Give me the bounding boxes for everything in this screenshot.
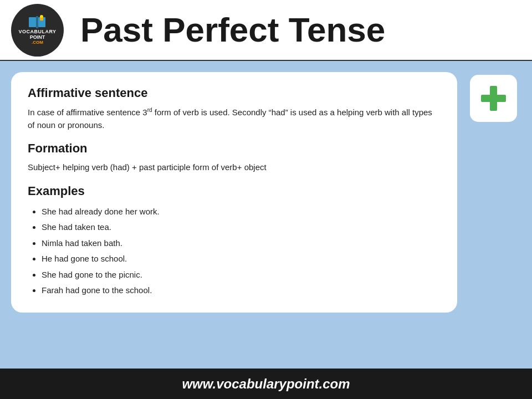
list-item: Farah had gone to the school. <box>42 283 441 299</box>
examples-section: Examples She had already done her work. … <box>28 184 441 299</box>
affirmative-heading: Affirmative sentence <box>28 86 441 100</box>
logo-vocab-text: VOCABULARY <box>18 29 56 35</box>
list-item: Nimla had taken bath. <box>42 236 441 252</box>
plus-box <box>466 72 521 313</box>
plus-icon-container <box>470 75 517 122</box>
list-item: She had already done her work. <box>42 204 441 220</box>
affirmative-body: In case of affirmative sentence 3rd form… <box>28 106 441 131</box>
logo-book-icon <box>28 15 46 29</box>
formation-heading: Formation <box>28 141 441 156</box>
logo-com-text: .COM <box>32 40 43 45</box>
affirmative-body-prefix: In case of affirmative sentence 3 <box>28 108 147 117</box>
superscript: rd <box>147 107 152 113</box>
footer: www.vocabularypoint.com <box>0 369 532 399</box>
content-card: Affirmative sentence In case of affirmat… <box>11 72 457 313</box>
logo: VOCABULARY POINT .COM <box>11 4 64 57</box>
svg-rect-6 <box>481 95 506 102</box>
svg-rect-0 <box>29 17 36 27</box>
examples-list: She had already done her work. She had t… <box>28 204 441 299</box>
header: VOCABULARY POINT .COM Past Perfect Tense <box>0 0 532 61</box>
main-content: Affirmative sentence In case of affirmat… <box>0 61 532 318</box>
plus-icon <box>478 83 509 114</box>
footer-url: www.vocabularypoint.com <box>182 376 350 392</box>
formation-body: Subject+ helping verb (had) + past parti… <box>28 161 441 174</box>
page-title: Past Perfect Tense <box>80 13 385 47</box>
affirmative-section: Affirmative sentence In case of affirmat… <box>28 86 441 131</box>
formation-section: Formation Subject+ helping verb (had) + … <box>28 141 441 174</box>
examples-heading: Examples <box>28 184 441 198</box>
list-item: She had gone to the picnic. <box>42 267 441 283</box>
list-item: He had gone to school. <box>42 251 441 267</box>
svg-rect-2 <box>36 16 38 28</box>
svg-rect-4 <box>40 18 43 21</box>
logo-point-text: POINT <box>30 34 45 40</box>
list-item: She had taken tea. <box>42 219 441 236</box>
